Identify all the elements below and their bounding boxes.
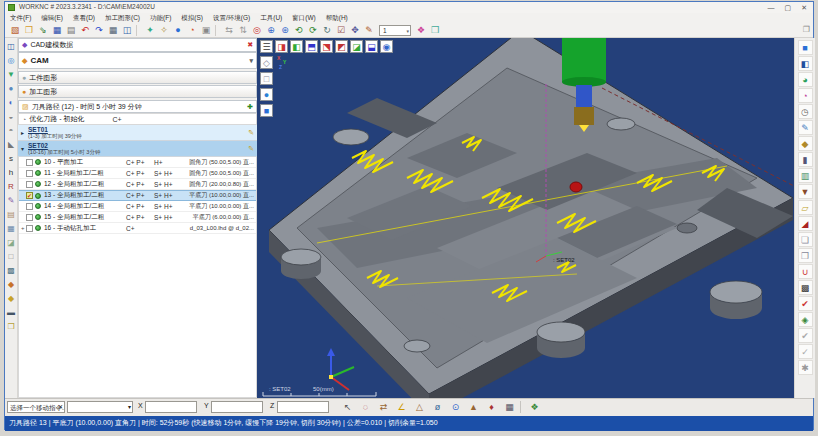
set01-row[interactable]: ▸ SET01 (1-3) 加工时间 39分钟 ✎: [18, 125, 257, 141]
import-icon[interactable]: ⇘: [36, 24, 50, 37]
laptop-icon[interactable]: ▬: [5, 306, 17, 320]
menu-item[interactable]: 编辑(E): [36, 13, 68, 23]
refresh-view-icon[interactable]: ↻: [320, 24, 334, 37]
edit-set-icon[interactable]: ✎: [248, 129, 254, 137]
workzone-pie-icon[interactable]: ◔: [798, 88, 813, 103]
tool-yellow-icon[interactable]: ◆: [5, 292, 17, 306]
pan-icon[interactable]: ⇆: [222, 24, 236, 37]
chevron-down-icon[interactable]: ▾: [249, 57, 253, 65]
disc-top-icon[interactable]: ◓: [5, 124, 17, 138]
view-iso-icon[interactable]: ⬔: [320, 40, 333, 53]
menu-item[interactable]: 功能(F): [145, 13, 176, 23]
apply-icon[interactable]: ❖: [527, 400, 542, 414]
new-project-icon[interactable]: ▧: [8, 24, 22, 37]
operation-row[interactable]: 12 - 全局粗加工/二粗C+ P+S+ H+圆角刀 (20.00,0.80) …: [19, 179, 256, 190]
chevron-right-icon[interactable]: ▸: [21, 129, 28, 136]
stock-model-icon[interactable]: ❒: [428, 24, 442, 37]
vise-icon[interactable]: ▼: [5, 68, 17, 82]
verify-icon[interactable]: ✔: [798, 296, 813, 311]
manikin-icon[interactable]: ✦: [143, 24, 157, 37]
operation-row[interactable]: 11 - 全局粗加工/二粗C+ P+S+ H+圆角刀 (50.00,5.00) …: [19, 168, 256, 179]
sphere-icon[interactable]: ●: [171, 24, 185, 37]
operation-checkbox[interactable]: [26, 159, 33, 166]
sheet-icon[interactable]: ❏: [798, 232, 813, 247]
menu-item[interactable]: 模拟(S): [176, 13, 208, 23]
drill-icon[interactable]: ▼: [798, 184, 813, 199]
wireframe-icon[interactable]: □: [260, 72, 273, 85]
tool-orange-icon[interactable]: ◆: [5, 278, 17, 292]
grid-icon[interactable]: ▦: [106, 24, 120, 37]
clear-icon[interactable]: ✕: [58, 402, 63, 413]
view-top-icon[interactable]: ⬒: [305, 40, 318, 53]
maximize-button[interactable]: ▢: [785, 2, 792, 13]
compare-icon[interactable]: ◈: [798, 312, 813, 327]
view-menu-icon[interactable]: ☰: [260, 40, 273, 53]
snap-icon[interactable]: ✥: [348, 24, 362, 37]
view-front-icon[interactable]: ◨: [275, 40, 288, 53]
solid-icon[interactable]: ■: [260, 104, 273, 117]
viewport-canvas[interactable]: : SET02 : SET02: [257, 38, 794, 398]
wireframe-ghost-icon[interactable]: ◇: [260, 56, 273, 69]
stock-box-icon[interactable]: ❒: [5, 320, 17, 334]
statistics-icon[interactable]: ▥: [798, 168, 813, 183]
menu-item[interactable]: 文件(F): [5, 13, 36, 23]
check2-disabled-icon[interactable]: ✓: [798, 344, 813, 359]
globe-icon[interactable]: ◎: [5, 54, 17, 68]
taper-measure-icon[interactable]: △: [412, 400, 427, 414]
cad-data-header[interactable]: ◆ CAD建模数据 ✖: [18, 38, 257, 52]
operation-row[interactable]: +16 - 手动钻孔加工C+d_03_L00.lhd @ d_02...: [19, 223, 256, 234]
workzone-sphere-icon[interactable]: ◕: [798, 72, 813, 87]
plane-select-icon[interactable]: ◪: [5, 236, 17, 250]
menu-item[interactable]: 工具(U): [255, 13, 287, 23]
image-capture-icon[interactable]: ▣: [199, 24, 213, 37]
save-icon[interactable]: ▦: [50, 24, 64, 37]
select-filter-icon[interactable]: ☑: [334, 24, 348, 37]
toolpath-edit-icon[interactable]: ✎: [798, 120, 813, 135]
annotate-icon[interactable]: ✎: [362, 24, 376, 37]
operation-row[interactable]: 10 - 平面加工C+ P+H+圆角刀 (50.00,5.00) 直...: [19, 157, 256, 168]
toolpath-summary-row[interactable]: ▨ 刀具路径 (12) - 时间 5 小时 39 分钟 ✚: [18, 100, 257, 113]
add-toolpath-icon[interactable]: ✚: [247, 103, 253, 111]
settings-icon[interactable]: ✱: [798, 360, 813, 375]
part-sphere-icon[interactable]: ●: [5, 82, 17, 96]
zoom-window-icon[interactable]: ◎: [250, 24, 264, 37]
close-button[interactable]: ✕: [801, 2, 807, 13]
optimize-row[interactable]: ◔ 优化刀路 - 初始化 C+: [18, 113, 257, 125]
magnet-icon[interactable]: ∪: [798, 264, 813, 279]
shaded-icon[interactable]: ●: [260, 88, 273, 101]
terrain-analysis-icon[interactable]: ▲: [466, 400, 481, 414]
report-icon[interactable]: ▦: [502, 400, 517, 414]
section-icon[interactable]: ◣: [5, 138, 17, 152]
disc-icon[interactable]: ◒: [5, 110, 17, 124]
ruler-icon[interactable]: ▱: [798, 200, 813, 215]
pie-sphere-icon[interactable]: ◔: [185, 24, 199, 37]
view-right-icon[interactable]: ◪: [350, 40, 363, 53]
pan-view-icon[interactable]: ⇄: [376, 400, 391, 414]
part-half-icon[interactable]: ◐: [5, 96, 17, 110]
viewport-3d[interactable]: : SET02 : SET02: [257, 38, 794, 398]
operation-row[interactable]: 15 - 全局粗加工/二粗C+ P+S+ H+平底刀 (6.00,0.00) 直…: [19, 212, 256, 223]
operation-row[interactable]: 14 - 全局粗加工/二粗C+ P+S+ H+平底刀 (10.00,0.00) …: [19, 201, 256, 212]
menu-item[interactable]: 设置/环境(G): [208, 13, 255, 23]
rotate-left-icon[interactable]: ⟲: [292, 24, 306, 37]
undo-icon[interactable]: ↶: [78, 24, 92, 37]
r-tag-icon[interactable]: R: [5, 180, 17, 194]
menu-item[interactable]: 帮助(H): [321, 13, 353, 23]
y-input[interactable]: [211, 401, 263, 413]
tool-library-icon[interactable]: ◆: [798, 136, 813, 151]
operation-checkbox[interactable]: [26, 170, 33, 177]
operation-row[interactable]: ✔13 - 全局粗加工/二粗C+ P+S+ H+平底刀 (10.00,0.00)…: [19, 190, 256, 201]
cam-header[interactable]: ◆ CAM ▾: [18, 52, 257, 69]
window-icon[interactable]: ◫: [120, 24, 134, 37]
zoom-in-icon[interactable]: ⊕: [264, 24, 278, 37]
manikin-run-icon[interactable]: ✧: [157, 24, 171, 37]
angle-measure-icon[interactable]: ∠: [394, 400, 409, 414]
machining-graphics-button[interactable]: ● 加工图形: [18, 85, 257, 98]
lasso-icon[interactable]: ◌: [358, 400, 373, 414]
operation-checkbox[interactable]: ✔: [26, 192, 33, 199]
operation-checkbox[interactable]: [26, 225, 33, 232]
calculator-icon[interactable]: ▦: [5, 222, 17, 236]
minimize-button[interactable]: —: [768, 2, 775, 13]
view-left-icon[interactable]: ◩: [335, 40, 348, 53]
qrcode-icon[interactable]: ▩: [798, 280, 813, 295]
